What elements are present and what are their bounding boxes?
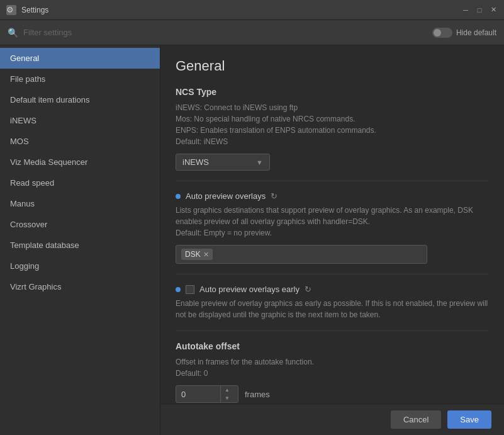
sidebar-item-read-speed[interactable]: Read speed	[0, 172, 160, 193]
auto-preview-overlays-early-header: Auto preview overlays early ↻	[176, 285, 489, 294]
autotake-offset-input-box: ▲ ▼	[176, 385, 238, 403]
setting-bullet-2	[176, 287, 181, 292]
auto-preview-overlays-desc: Lists graphics destinations that support…	[176, 205, 489, 239]
autotake-desc-2: Default: 0	[176, 368, 489, 379]
titlebar: ⚙ Settings ─ □ ✕	[0, 0, 504, 20]
tag-dsk-value: DSK	[185, 250, 201, 259]
spinner-up[interactable]: ▲	[221, 386, 233, 394]
divider-1	[176, 181, 489, 181]
sidebar-item-inews[interactable]: iNEWS	[0, 110, 160, 131]
ncs-type-dropdown[interactable]: iNEWS ▼	[176, 154, 270, 171]
sidebar-item-viz-media-sequencer[interactable]: Viz Media Sequencer	[0, 152, 160, 172]
divider-3	[176, 330, 489, 331]
autotake-offset-section: Autotake offset Offset in frames for the…	[176, 341, 489, 403]
refresh-icon-2[interactable]: ↻	[305, 285, 311, 294]
chevron-down-icon: ▼	[256, 159, 263, 166]
autotake-offset-title: Autotake offset	[176, 341, 489, 351]
cancel-button[interactable]: Cancel	[391, 410, 441, 429]
footer: Cancel Save	[160, 404, 504, 435]
page-title: General	[176, 58, 489, 74]
auto-preview-overlays-early-label: Auto preview overlays early	[199, 285, 300, 294]
sidebar-item-default-item-durations[interactable]: Default item durations	[0, 89, 160, 110]
autotake-offset-input-wrap: ▲ ▼ frames	[176, 385, 489, 403]
sidebar-item-vizrt-graphics[interactable]: Vizrt Graphics	[0, 276, 160, 297]
search-input[interactable]	[23, 28, 427, 37]
auto-preview-overlays-label: Auto preview overlays	[186, 191, 266, 201]
refresh-icon-1[interactable]: ↻	[271, 191, 277, 201]
minimize-button[interactable]: ─	[461, 6, 470, 14]
auto-preview-early-checkbox[interactable]	[186, 285, 194, 294]
frames-label: frames	[245, 390, 270, 399]
maximize-button[interactable]: □	[475, 6, 484, 14]
auto-preview-overlays-early-section: Auto preview overlays early ↻ Enable pre…	[176, 285, 489, 320]
tag-dsk-remove[interactable]: ✕	[203, 251, 209, 259]
tag-dsk: DSK ✕	[181, 249, 213, 260]
sidebar-item-file-paths[interactable]: File paths	[0, 69, 160, 89]
search-icon: 🔍	[8, 28, 18, 38]
sidebar-item-mos[interactable]: MOS	[0, 131, 160, 152]
searchbar: 🔍 Hide default	[0, 20, 504, 45]
spinner-down[interactable]: ▼	[221, 394, 233, 402]
main-layout: General File paths Default item duration…	[0, 45, 504, 435]
auto-preview-overlays-header: Auto preview overlays ↻	[176, 191, 489, 201]
hide-default-toggle: Hide default	[432, 28, 496, 38]
number-spinners: ▲ ▼	[220, 386, 233, 402]
ncs-type-title: NCS Type	[176, 87, 489, 97]
auto-preview-overlays-input[interactable]: DSK ✕	[176, 245, 427, 264]
apo-desc-2: Default: Empty = no preview.	[176, 227, 489, 239]
ncs-desc-3: ENPS: Enables translation of ENPS automa…	[176, 125, 489, 136]
autotake-offset-input[interactable]	[176, 387, 220, 402]
sidebar-item-manus[interactable]: Manus	[0, 193, 160, 214]
apo-desc-1: Lists graphics destinations that support…	[176, 205, 489, 227]
ncs-type-description: iNEWS: Connect to iNEWS using ftp Mos: N…	[176, 102, 489, 147]
titlebar-controls: ─ □ ✕	[461, 6, 498, 14]
hide-default-switch[interactable]	[432, 28, 452, 38]
sidebar: General File paths Default item duration…	[0, 45, 160, 435]
autotake-offset-desc: Offset in frames for the autotake functi…	[176, 356, 489, 379]
titlebar-title: Settings	[21, 6, 456, 14]
app-icon: ⚙	[6, 5, 16, 15]
sidebar-item-crossover[interactable]: Crossover	[0, 214, 160, 235]
content-scroll: General NCS Type iNEWS: Connect to iNEWS…	[160, 45, 504, 404]
sidebar-item-template-database[interactable]: Template database	[0, 235, 160, 256]
ncs-desc-2: Mos: No special handling of native NRCS …	[176, 113, 489, 125]
setting-bullet-1	[176, 194, 181, 199]
sidebar-item-logging[interactable]: Logging	[0, 256, 160, 276]
ncs-type-section: NCS Type iNEWS: Connect to iNEWS using f…	[176, 87, 489, 171]
sidebar-item-general[interactable]: General	[0, 48, 160, 69]
close-button[interactable]: ✕	[489, 6, 498, 14]
hide-default-label: Hide default	[456, 28, 496, 37]
ncs-type-dropdown-value: iNEWS	[182, 157, 209, 167]
save-button[interactable]: Save	[447, 410, 491, 429]
content-area: General NCS Type iNEWS: Connect to iNEWS…	[160, 45, 504, 435]
divider-2	[176, 274, 489, 274]
autotake-desc-1: Offset in frames for the autotake functi…	[176, 356, 489, 368]
ncs-desc-1: iNEWS: Connect to iNEWS using ftp	[176, 102, 489, 113]
auto-preview-early-desc: Enable preview of overlay graphics as ea…	[176, 298, 489, 320]
ncs-desc-4: Default: iNEWS	[176, 136, 489, 147]
auto-preview-overlays-section: Auto preview overlays ↻ Lists graphics d…	[176, 191, 489, 264]
